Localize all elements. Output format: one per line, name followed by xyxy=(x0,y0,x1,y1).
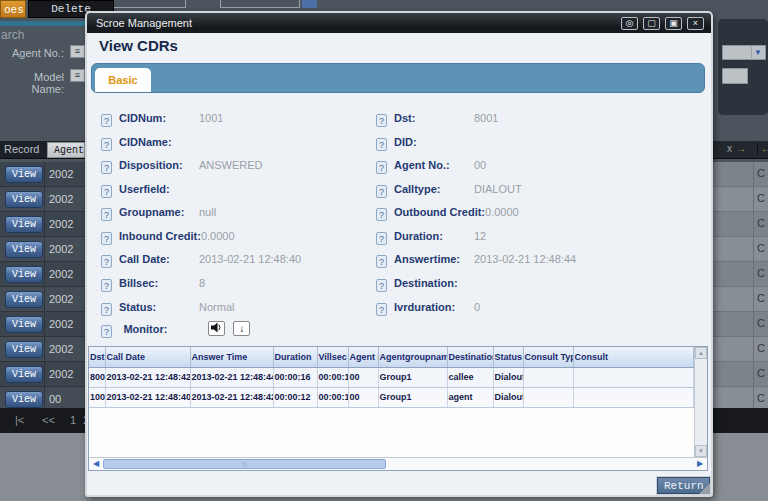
view-button[interactable]: View xyxy=(5,241,43,258)
table-row: View2002 xyxy=(0,337,85,362)
agent-cell: 2002 xyxy=(49,168,73,180)
play-audio-button[interactable] xyxy=(208,321,225,336)
table-row: View2002 xyxy=(0,212,85,237)
help-icon: ? xyxy=(101,161,112,174)
scroe-management-window: Scroe Management ◎ ▢ ▣ × View CDRs Basic… xyxy=(85,11,713,497)
tab-basic[interactable]: Basic xyxy=(95,68,151,92)
agent-no-filter-dropdown[interactable]: ≡ xyxy=(70,45,85,58)
truncated-cell: C xyxy=(757,392,765,404)
refresh-icon[interactable]: ◎ xyxy=(621,17,638,30)
cdr-table-container: Dst. Call Date Answer Time Duration Vill… xyxy=(88,346,708,471)
field-destination: ?Destination: xyxy=(376,273,474,293)
field-groupname: ?Groupname:null xyxy=(101,202,216,222)
cell: Group1 xyxy=(378,367,447,387)
field-value: 2013-02-21 12:48:44 xyxy=(474,253,576,265)
field-label: Monitor: xyxy=(123,323,203,335)
pagination-prev[interactable]: << xyxy=(42,414,55,426)
close-icon[interactable]: × xyxy=(687,17,704,30)
scroll-right-icon[interactable]: ▶ xyxy=(693,458,707,470)
agent-cell: 2002 xyxy=(49,268,73,280)
field-calltype: ?Calltype:DIALOUT xyxy=(376,179,522,199)
view-button[interactable]: View xyxy=(5,291,43,308)
help-icon: ? xyxy=(376,185,387,198)
horizontal-scrollbar[interactable]: ◀ ||| ▶ xyxy=(89,457,707,470)
cell: callee xyxy=(447,367,493,387)
vertical-scrollbar[interactable]: ▲ ▼ xyxy=(694,347,707,457)
view-button[interactable]: View xyxy=(5,166,43,183)
scroll-left-icon[interactable]: ◀ xyxy=(89,458,103,470)
field-label: Status: xyxy=(119,301,199,313)
cdr-row[interactable]: 80012013-02-21 12:48:422013-02-21 12:48:… xyxy=(89,367,694,387)
pagination-first[interactable]: |< xyxy=(15,414,24,426)
field-value: DIALOUT xyxy=(474,183,522,195)
cdr-header-row: Dst. Call Date Answer Time Duration Vill… xyxy=(89,347,694,367)
close-column-icon[interactable]: x xyxy=(727,143,732,154)
col-destination[interactable]: Destination xyxy=(447,347,493,367)
view-button[interactable]: View xyxy=(5,391,43,408)
view-button[interactable]: View xyxy=(5,366,43,383)
table-row: View2002 xyxy=(0,237,85,262)
cell: 2013-02-21 12:48:42 xyxy=(105,367,190,387)
view-button[interactable]: View xyxy=(5,316,43,333)
view-button[interactable]: View xyxy=(5,266,43,283)
view-button[interactable]: View xyxy=(5,341,43,358)
pagination-page-1[interactable]: 1 xyxy=(70,414,76,426)
restore-icon[interactable]: ▣ xyxy=(665,17,682,30)
field-outbound-credit: ?Outbound Credit:0.0000 xyxy=(376,202,519,222)
screen: oes Delete arch Agent No.: ≡ Model Name:… xyxy=(0,0,768,501)
download-audio-button[interactable]: ↓ xyxy=(233,321,250,336)
scrollbar-thumb[interactable]: ||| xyxy=(103,459,386,469)
arrow-right-icon[interactable]: → xyxy=(736,143,746,154)
background-dropdown[interactable]: ▼ xyxy=(722,45,766,60)
help-icon: ? xyxy=(376,114,387,127)
scroll-down-icon[interactable]: ▼ xyxy=(695,445,707,457)
field-label: CIDName: xyxy=(119,136,199,148)
col-duration[interactable]: Duration xyxy=(273,347,317,367)
help-icon: ? xyxy=(101,232,112,245)
field-dst: ?Dst:8001 xyxy=(376,108,498,128)
col-answer-time[interactable]: Answer Time xyxy=(190,347,273,367)
fullscreen-icon[interactable]: ▢ xyxy=(643,17,660,30)
agent-cell: 2002 xyxy=(49,318,73,330)
truncated-cell: C xyxy=(757,267,765,279)
scroll-up-icon[interactable]: ▲ xyxy=(695,347,707,359)
partial-orange-button[interactable]: oes xyxy=(0,0,26,18)
view-button[interactable]: View xyxy=(5,191,43,208)
col-agentgroupname[interactable]: Agentgroupname xyxy=(378,347,447,367)
field-label: Billsec: xyxy=(119,277,199,289)
background-input[interactable] xyxy=(722,68,748,84)
table-row: C xyxy=(706,237,768,262)
col-status[interactable]: Status xyxy=(493,347,523,367)
col-consult[interactable]: Consult xyxy=(573,347,694,367)
table-row: View2002 xyxy=(0,287,85,312)
cell: Dialout xyxy=(493,367,523,387)
field-value: 12 xyxy=(474,230,486,242)
field-label: Inbound Credit: xyxy=(119,230,201,242)
resize-grip[interactable] xyxy=(699,483,710,494)
agent-column-header[interactable]: Agent xyxy=(47,142,85,158)
table-row: View2002 xyxy=(0,312,85,337)
field-label: Calltype: xyxy=(394,183,474,195)
cell: Group1 xyxy=(378,387,447,407)
toolbar-accent-strip xyxy=(0,21,85,26)
table-row: C xyxy=(706,212,768,237)
field-value: 00 xyxy=(474,159,486,171)
col-call-date[interactable]: Call Date xyxy=(105,347,190,367)
col-agent-no[interactable]: Agent No. xyxy=(348,347,378,367)
field-ivrduration: ?Ivrduration:0 xyxy=(376,297,480,317)
col-consult-type[interactable]: Consult Type xyxy=(523,347,573,367)
view-button[interactable]: View xyxy=(5,216,43,233)
cell: 2013-02-21 12:48:40 xyxy=(105,387,190,407)
chevron-down-icon: ▼ xyxy=(751,47,764,58)
cdr-row[interactable]: 10012013-02-21 12:48:402013-02-21 12:48:… xyxy=(89,387,694,407)
field-label: Answertime: xyxy=(394,253,474,265)
col-dst[interactable]: Dst. xyxy=(89,347,105,367)
field-label: Duration: xyxy=(394,230,474,242)
field-value: 0.0000 xyxy=(201,230,235,242)
cell: 2013-02-21 12:48:44 xyxy=(190,367,273,387)
window-titlebar[interactable]: Scroe Management ◎ ▢ ▣ × xyxy=(87,13,711,33)
col-villsec[interactable]: Villsec xyxy=(317,347,348,367)
cell: 00:00:16 xyxy=(273,367,317,387)
model-name-filter-dropdown[interactable]: ≡ xyxy=(70,69,85,82)
arrow-left-icon[interactable]: ← xyxy=(757,143,768,154)
